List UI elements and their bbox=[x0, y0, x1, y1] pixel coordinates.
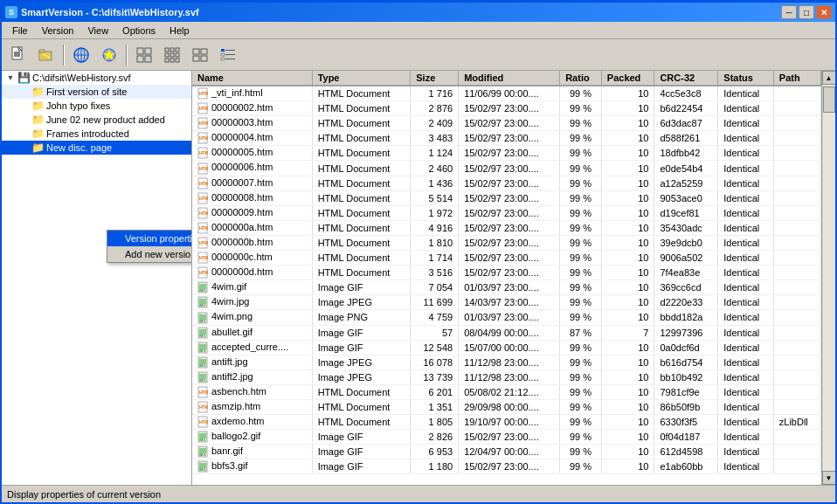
toolbar bbox=[2, 39, 835, 71]
svg-text:IMG: IMG bbox=[199, 349, 206, 353]
table-row[interactable]: IMG4wim.gif Image GIF 7 054 01/03/97 23:… bbox=[192, 280, 821, 295]
col-size[interactable]: Size bbox=[411, 71, 459, 86]
cell-ratio: 99 % bbox=[560, 235, 602, 250]
cell-crc: 86b50f9b bbox=[654, 399, 718, 414]
col-type[interactable]: Type bbox=[312, 71, 411, 86]
table-row[interactable]: IMGbbfs3.gif Image GIF 1 180 15/02/97 23… bbox=[192, 459, 821, 474]
tree-item-john-typo[interactable]: 📁 John typo fixes bbox=[2, 99, 191, 113]
col-path[interactable]: Path bbox=[773, 71, 820, 86]
tree-item-first-version[interactable]: 📁 First version of site bbox=[2, 85, 191, 99]
table-row[interactable]: HTM0000000a.htm HTML Document 4 916 15/0… bbox=[192, 220, 821, 235]
table-row[interactable]: HTM00000007.htm HTML Document 1 436 15/0… bbox=[192, 176, 821, 190]
cell-type: Image GIF bbox=[312, 280, 411, 295]
cell-type: HTML Document bbox=[312, 415, 411, 430]
new-button[interactable] bbox=[5, 43, 31, 67]
table-row[interactable]: IMGantift2.jpg Image JPEG 13 739 11/12/9… bbox=[192, 369, 821, 384]
table-row[interactable]: IMG4wim.png Image PNG 4 759 01/03/97 23:… bbox=[192, 310, 821, 325]
cell-status: Identical bbox=[718, 459, 774, 474]
table-row[interactable]: HTM00000005.htm HTML Document 1 124 15/0… bbox=[192, 146, 821, 161]
cell-modified: 05/08/02 21:12.... bbox=[459, 384, 560, 399]
col-modified[interactable]: Modified bbox=[459, 71, 560, 86]
table-row[interactable]: HTM0000000b.htm HTML Document 1 810 15/0… bbox=[192, 235, 821, 250]
cell-modified: 15/02/97 23:00.... bbox=[459, 116, 560, 131]
table-row[interactable]: HTM00000004.htm HTML Document 3 483 15/0… bbox=[192, 131, 821, 146]
cell-ratio: 99 % bbox=[560, 220, 602, 235]
table-row[interactable]: HTMaxdemo.htm HTML Document 1 805 19/10/… bbox=[192, 415, 821, 430]
tree-root[interactable]: ▼ 💾 C:\difsit\WebHistory.svf bbox=[2, 71, 191, 85]
status-bar: Display properties of current version bbox=[2, 485, 835, 502]
cell-packed: 10 bbox=[601, 399, 654, 414]
close-button[interactable]: ✕ bbox=[816, 5, 832, 19]
web1-button[interactable] bbox=[68, 43, 94, 67]
view3-button[interactable] bbox=[187, 43, 213, 67]
col-status[interactable]: Status bbox=[718, 71, 774, 86]
cell-name: HTM00000005.htm bbox=[192, 146, 312, 161]
file-table-body: HTM_vti_inf.html HTML Document 1 716 11/… bbox=[192, 86, 821, 474]
title-bar-left: S SmartVersion - C:\difsit\WebHistory.sv… bbox=[5, 6, 199, 18]
table-scroll[interactable]: Name Type Size Modified Ratio Packed CRC… bbox=[192, 71, 821, 485]
view1-button[interactable] bbox=[131, 43, 157, 67]
cell-path bbox=[773, 190, 820, 205]
cell-packed: 10 bbox=[601, 415, 654, 430]
col-name[interactable]: Name bbox=[192, 71, 312, 86]
cell-crc: 6d3dac87 bbox=[654, 116, 718, 131]
cell-modified: 15/02/97 23:00.... bbox=[459, 251, 560, 266]
vertical-scrollbar[interactable]: ▲ ▼ bbox=[821, 71, 835, 485]
ctx-add-new-version[interactable]: Add new version... bbox=[107, 246, 192, 262]
menu-view[interactable]: View bbox=[80, 24, 115, 38]
scroll-thumb[interactable] bbox=[823, 86, 835, 113]
table-row[interactable]: HTMasmzip.htm HTML Document 1 351 29/09/… bbox=[192, 399, 821, 414]
table-row[interactable]: HTM0000000d.htm HTML Document 3 516 15/0… bbox=[192, 266, 821, 280]
menu-version[interactable]: Version bbox=[35, 24, 81, 38]
svg-rect-18 bbox=[165, 48, 169, 52]
cell-packed: 10 bbox=[601, 116, 654, 131]
table-row[interactable]: HTM_vti_inf.html HTML Document 1 716 11/… bbox=[192, 86, 821, 101]
tree-item-new-disc[interactable]: 📁 New disc. page bbox=[2, 141, 191, 155]
minimize-button[interactable]: ─ bbox=[781, 5, 797, 19]
cell-modified: 14/03/97 23:00.... bbox=[459, 295, 560, 310]
table-row[interactable]: HTM00000003.htm HTML Document 2 409 15/0… bbox=[192, 116, 821, 131]
tree-expand-root[interactable]: ▼ bbox=[3, 73, 17, 82]
table-row[interactable]: IMG4wim.jpg Image JPEG 11 699 14/03/97 2… bbox=[192, 295, 821, 310]
table-row[interactable]: IMGballogo2.gif Image GIF 2 826 15/02/97… bbox=[192, 430, 821, 445]
svg-rect-6 bbox=[39, 50, 45, 52]
table-row[interactable]: HTMasbench.htm HTML Document 6 201 05/08… bbox=[192, 384, 821, 399]
scroll-down-button[interactable]: ▼ bbox=[822, 471, 836, 485]
web2-button[interactable] bbox=[96, 43, 122, 67]
menu-file[interactable]: File bbox=[5, 24, 35, 38]
tree-item-frames[interactable]: 📁 Frames introducted bbox=[2, 127, 191, 141]
cell-name: IMGaccepted_curre.... bbox=[192, 340, 312, 355]
scroll-up-button[interactable]: ▲ bbox=[822, 71, 836, 85]
col-packed[interactable]: Packed bbox=[601, 71, 654, 86]
ctx-version-properties[interactable]: Version properties... bbox=[107, 231, 192, 246]
menu-options[interactable]: Options bbox=[115, 24, 163, 38]
table-row[interactable]: HTM0000000c.htm HTML Document 1 714 15/0… bbox=[192, 251, 821, 266]
tree-item-june02[interactable]: 📁 June 02 new product added bbox=[2, 113, 191, 127]
cell-size: 1 180 bbox=[411, 459, 459, 474]
table-row[interactable]: IMGbanr.gif Image GIF 6 953 12/04/97 00:… bbox=[192, 445, 821, 459]
cell-packed: 10 bbox=[601, 101, 654, 116]
table-row[interactable]: IMGantift.jpg Image JPEG 16 078 11/12/98… bbox=[192, 355, 821, 369]
table-row[interactable]: HTM00000006.htm HTML Document 2 460 15/0… bbox=[192, 161, 821, 176]
svg-rect-34 bbox=[225, 54, 235, 55]
maximize-button[interactable]: □ bbox=[799, 5, 814, 19]
scroll-track[interactable] bbox=[823, 85, 835, 471]
toolbar-sep-1 bbox=[63, 45, 65, 66]
table-row[interactable]: HTM00000009.htm HTML Document 1 972 15/0… bbox=[192, 205, 821, 220]
view4-button[interactable] bbox=[215, 43, 241, 67]
view2-button[interactable] bbox=[159, 43, 185, 67]
cell-ratio: 99 % bbox=[560, 251, 602, 266]
col-crc[interactable]: CRC-32 bbox=[654, 71, 718, 86]
svg-text:IMG: IMG bbox=[199, 363, 206, 368]
table-row[interactable]: IMGaccepted_curre.... Image GIF 12 548 1… bbox=[192, 340, 821, 355]
table-row[interactable]: HTM00000008.htm HTML Document 5 514 15/0… bbox=[192, 190, 821, 205]
col-ratio[interactable]: Ratio bbox=[560, 71, 602, 86]
svg-rect-32 bbox=[225, 50, 235, 51]
menu-help[interactable]: Help bbox=[163, 24, 197, 38]
table-row[interactable]: IMGabullet.gif Image GIF 57 08/04/99 00:… bbox=[192, 325, 821, 340]
cell-name: IMG4wim.gif bbox=[192, 280, 312, 295]
svg-rect-17 bbox=[145, 56, 151, 62]
cell-packed: 10 bbox=[601, 295, 654, 310]
open-button[interactable] bbox=[33, 43, 59, 67]
table-row[interactable]: HTM00000002.htm HTML Document 2 876 15/0… bbox=[192, 101, 821, 116]
